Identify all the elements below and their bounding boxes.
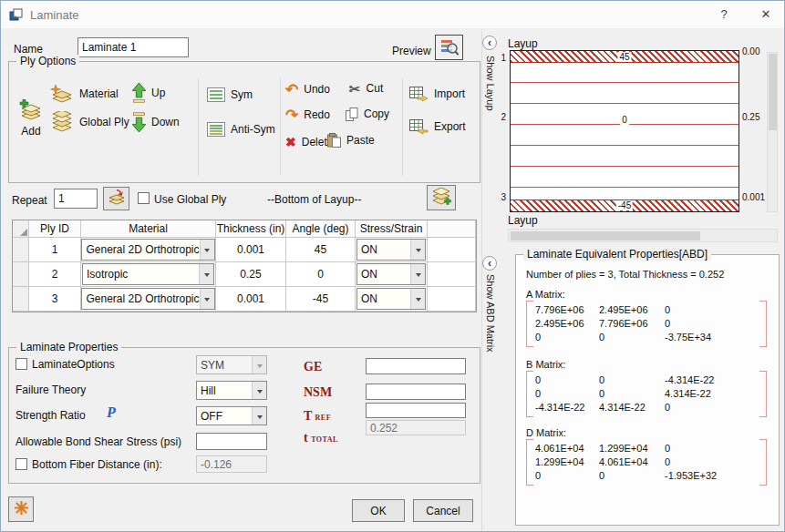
tref-input[interactable] (366, 403, 466, 418)
matrix-cell: 7.796E+06 (535, 303, 599, 317)
angle-cell[interactable]: 45 (286, 238, 356, 262)
matrix-row: -4.314E-224.314E-220 (535, 401, 758, 414)
paste-button[interactable]: Paste (327, 129, 395, 151)
layup-horizontal-scrollbar[interactable] (508, 229, 778, 242)
ply-id-cell[interactable]: 1 (29, 238, 81, 262)
collapse-abd-button[interactable]: ‹ (482, 256, 497, 271)
bond-shear-input[interactable] (196, 433, 267, 450)
row-selector[interactable] (13, 262, 29, 287)
combo-value: General 2D Orthotropic (86, 292, 199, 305)
import-button[interactable]: Import (409, 83, 475, 105)
angle-cell[interactable]: -45 (286, 287, 356, 312)
chevron-down-icon[interactable] (252, 356, 266, 373)
help-button[interactable]: ? (714, 7, 734, 21)
laminate-options-select[interactable]: SYM (196, 355, 267, 374)
collapse-layup-button[interactable]: ‹ (482, 36, 497, 50)
material-select-row3[interactable]: General 2D Orthotropic (81, 288, 214, 310)
export-button[interactable]: Export (409, 116, 475, 138)
chevron-down-icon[interactable] (252, 382, 266, 399)
cancel-button[interactable]: Cancel (413, 499, 473, 522)
name-input[interactable] (77, 37, 189, 57)
close-button[interactable]: ✕ (756, 7, 776, 21)
toolbar-separator (280, 77, 281, 176)
chevron-down-icon[interactable] (410, 264, 425, 284)
matrix-cell: 2.495E+06 (535, 317, 599, 331)
use-global-ply-checkbox[interactable] (138, 192, 150, 204)
extra-cell (428, 262, 476, 287)
laminate-dialog-icon: L (9, 7, 24, 26)
matrix-cell: -1.953E+32 (665, 469, 717, 483)
chevron-down-icon[interactable] (410, 289, 425, 309)
col-header-ply-id[interactable]: Ply ID (29, 220, 81, 238)
thickness-cell[interactable]: 0.001 (216, 238, 286, 262)
material-button[interactable]: Material (50, 83, 138, 105)
stress-strain-select-row2[interactable]: ON (356, 263, 426, 285)
row-selector[interactable] (13, 238, 29, 262)
chevron-down-icon[interactable] (410, 240, 425, 260)
options-button[interactable] (8, 496, 34, 522)
delete-icon: ✖ (285, 135, 296, 150)
scrollbar-thumb[interactable] (769, 54, 777, 130)
col-header-material[interactable]: Material (81, 220, 216, 238)
matrix-cell: 4.061E+04 (535, 442, 599, 455)
matrix-cell: 0 (599, 387, 665, 401)
material-select-row1[interactable]: General 2D Orthotropic (81, 239, 214, 261)
thickness-mark: 0.25 (742, 112, 759, 122)
table-corner-cell[interactable] (13, 220, 29, 238)
copy-button[interactable]: Copy (346, 104, 398, 124)
add-bottom-layup-button[interactable] (427, 185, 456, 210)
cut-button[interactable]: ✂ Cut (349, 77, 398, 99)
col-header-angle[interactable]: Angle (deg) (286, 220, 356, 238)
redo-button[interactable]: ↷ Redo (285, 105, 342, 125)
undo-button[interactable]: ↶ Undo (285, 79, 342, 99)
repeat-input[interactable] (54, 189, 98, 209)
layup-vertical-scrollbar[interactable] (767, 52, 778, 212)
ply-id-cell[interactable]: 3 (29, 287, 81, 312)
matrix-cell: 0 (535, 469, 599, 483)
anti-sym-button[interactable]: Anti-Sym (207, 119, 278, 139)
move-down-button[interactable]: Down (132, 110, 192, 134)
chevron-down-icon[interactable] (200, 289, 214, 309)
ge-input[interactable] (366, 358, 466, 374)
matrix-row: 2.495E+067.796E+060 (535, 317, 758, 331)
bottom-fiber-checkbox[interactable] (15, 458, 27, 470)
row-selector[interactable] (13, 287, 29, 312)
col-header-thickness[interactable]: Thickness (in) (216, 220, 286, 238)
angle-cell[interactable]: 0 (286, 262, 356, 287)
chevron-down-icon[interactable] (252, 407, 266, 425)
matrix-cell: 1.299E+04 (599, 442, 665, 455)
sym-button[interactable]: Sym (207, 85, 271, 105)
preview-button[interactable] (435, 35, 463, 60)
repeat-apply-button[interactable] (103, 187, 129, 210)
col-header-stress-strain[interactable]: Stress/Strain (356, 220, 428, 238)
show-abd-side-label[interactable]: Show ABD Matrix (485, 274, 496, 353)
thickness-cell[interactable]: 0.25 (216, 262, 286, 287)
scrollbar-thumb[interactable] (511, 231, 700, 240)
laminate-options-checkbox[interactable] (15, 358, 27, 370)
combo-value: ON (361, 292, 410, 305)
add-ply-button[interactable]: Add (14, 81, 48, 156)
material-select-row2[interactable]: Isotropic (82, 263, 214, 285)
nsm-input[interactable] (366, 384, 466, 400)
strength-ratio-select[interactable]: OFF (196, 406, 267, 425)
matrix-cell: 0 (665, 317, 670, 331)
stress-strain-select-row1[interactable]: ON (356, 239, 426, 261)
thickness-cell[interactable]: 0.001 (216, 287, 286, 312)
show-layup-side-label[interactable]: Show Layup (485, 56, 496, 111)
combo-value: Hill (201, 384, 252, 397)
failure-theory-select[interactable]: Hill (196, 381, 267, 400)
chevron-down-icon[interactable] (200, 240, 214, 260)
ok-button[interactable]: OK (352, 499, 405, 522)
panel-divider (481, 29, 482, 532)
col-header-extra (428, 220, 476, 238)
matrix-cell: 0 (665, 442, 670, 455)
stress-strain-select-row3[interactable]: ON (356, 288, 426, 310)
ply-id-cell[interactable]: 2 (29, 262, 81, 287)
extra-cell (428, 238, 476, 262)
layup-line (511, 145, 739, 146)
repeat-layers-icon (108, 189, 126, 209)
move-up-button[interactable]: Up (132, 81, 189, 105)
chevron-down-icon[interactable] (199, 264, 213, 284)
title-bar[interactable]: L Laminate ? ✕ (1, 1, 784, 28)
laminate-properties-title: Laminate Properties (16, 341, 121, 353)
